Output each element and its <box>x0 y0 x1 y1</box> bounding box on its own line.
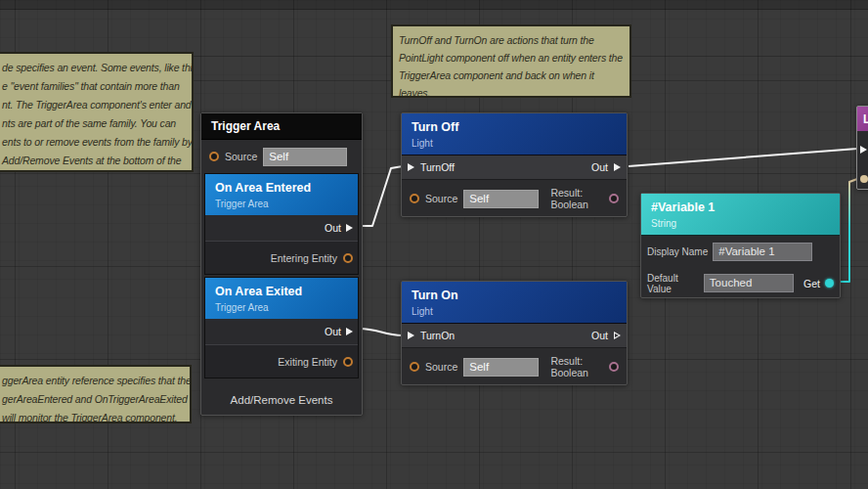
exiting-entity-pin[interactable] <box>343 357 353 367</box>
comment-line: de specifies an event. Some events, like… <box>2 59 186 77</box>
comment-line: gerAreaEntered and OnTriggerAreaExited <box>2 390 184 409</box>
turnon-exec-in-pin[interactable] <box>408 332 414 339</box>
display-name-row: Display Name #Variable 1 <box>641 236 840 267</box>
out-label: Out <box>591 330 608 341</box>
node-clipped-right[interactable]: L <box>856 106 868 190</box>
entity-row: Entering Entity <box>205 242 358 274</box>
reference-in-pin[interactable] <box>860 175 868 183</box>
exiting-entity-label: Exiting Entity <box>278 356 337 368</box>
node-title: Turn Off <box>412 120 617 134</box>
turnoff-exec-in-pin[interactable] <box>408 163 414 171</box>
source-entity-pin[interactable] <box>410 194 419 203</box>
comment-trigger-reference[interactable]: ggerArea entity reference specifies that… <box>0 365 192 423</box>
result-boolean-pin[interactable] <box>609 362 619 372</box>
default-value-row: Default Value Touched Get <box>641 267 840 299</box>
node-title: Trigger Area <box>211 119 280 133</box>
out-exec-pin[interactable] <box>346 328 353 335</box>
event-title: On Area Entered <box>215 181 348 195</box>
out-label: Out <box>325 326 341 337</box>
comment-line: TurnOff and TurnOn are actions that turn… <box>399 31 624 49</box>
source-result-row: Source Self Result: Boolean <box>402 180 627 217</box>
wire-exited-to-turnon[interactable] <box>359 329 403 335</box>
out-exec-pin-unconnected[interactable] <box>614 332 621 339</box>
exec-row: TurnOff Out <box>402 156 627 180</box>
comment-line: e "event families" that contain more tha… <box>2 77 186 96</box>
event-title: On Area Exited <box>215 285 348 298</box>
exec-in-label: TurnOff <box>420 161 455 173</box>
exec-in-label: TurnOn <box>420 330 455 341</box>
variable-header[interactable]: #Variable 1 String <box>641 194 840 236</box>
default-value-input[interactable]: Touched <box>704 274 794 292</box>
event-node-on-area-entered[interactable]: On Area Entered Trigger Area Out Enterin… <box>204 173 359 275</box>
source-label: Source <box>425 361 457 373</box>
out-exec-pin[interactable] <box>614 163 621 171</box>
comment-event-families[interactable]: de specifies an event. Some events, like… <box>0 52 194 172</box>
exec-in-pin[interactable] <box>860 146 867 154</box>
get-label: Get <box>803 278 820 289</box>
clipped-node-header[interactable]: L <box>857 107 868 131</box>
source-input[interactable]: Self <box>263 148 347 166</box>
node-graph-canvas[interactable]: de specifies an event. Some events, like… <box>0 0 868 489</box>
source-entity-pin[interactable] <box>410 362 419 372</box>
turn-on-header[interactable]: Turn On Light <box>402 282 627 324</box>
source-input[interactable]: Self <box>463 190 539 208</box>
comment-turnoff-turnon[interactable]: TurnOff and TurnOn are actions that turn… <box>391 24 631 98</box>
node-title: #Variable 1 <box>651 200 830 214</box>
source-result-row: Source Self Result: Boolean <box>402 348 627 385</box>
wire-entered-to-turnoff[interactable] <box>359 166 403 226</box>
comment-line: ggerArea entity reference specifies that… <box>2 372 184 390</box>
comment-line: TriggerArea component and back on when i… <box>399 67 624 84</box>
node-trigger-area[interactable]: Trigger Area Source Self On Area Entered… <box>200 112 363 416</box>
source-label: Source <box>225 151 257 162</box>
entity-row: Exiting Entity <box>205 345 358 378</box>
trigger-area-source-row: Source Self <box>201 140 362 173</box>
on-area-entered-header[interactable]: On Area Entered Trigger Area <box>205 174 358 215</box>
exec-row: TurnOn Out <box>402 324 627 348</box>
node-variable-1[interactable]: #Variable 1 String Display Name #Variabl… <box>640 193 841 298</box>
node-title: Turn On <box>412 289 617 302</box>
add-remove-events-button[interactable]: Add/Remove Events <box>201 380 362 420</box>
out-label: Out <box>591 161 608 173</box>
event-subtitle: Trigger Area <box>215 199 348 209</box>
on-area-exited-header[interactable]: On Area Exited Trigger Area <box>205 278 358 319</box>
entering-entity-pin[interactable] <box>343 253 353 263</box>
comment-line: will monitor the TriggerArea component. <box>2 409 184 423</box>
source-label: Source <box>425 193 457 204</box>
event-subtitle: Trigger Area <box>215 302 348 313</box>
entering-entity-label: Entering Entity <box>271 252 337 264</box>
comment-line: leaves. <box>399 84 624 98</box>
node-title: L <box>863 112 868 126</box>
out-label: Out <box>325 222 341 234</box>
out-exec-pin[interactable] <box>346 224 353 232</box>
trigger-area-title-bar[interactable]: Trigger Area <box>201 113 362 140</box>
display-name-input[interactable]: #Variable 1 <box>713 243 812 261</box>
node-subtitle: String <box>651 218 830 229</box>
event-node-on-area-exited[interactable]: On Area Exited Trigger Area Out Exiting … <box>204 277 359 378</box>
comment-line: ents to or remove events from the family… <box>2 133 186 152</box>
node-subtitle: Light <box>412 138 617 149</box>
turn-off-header[interactable]: Turn Off Light <box>402 113 627 156</box>
result-boolean-label: Result: Boolean <box>550 187 603 210</box>
out-row: Out <box>205 319 358 345</box>
comment-line: Add/Remove Events at the bottom of the <box>2 152 186 170</box>
wire-turnoff-out-to-log[interactable] <box>629 149 857 166</box>
out-row: Out <box>205 215 358 242</box>
node-turn-off[interactable]: Turn Off Light TurnOff Out Source Self R… <box>401 112 628 217</box>
node-subtitle: Light <box>412 306 617 317</box>
source-entity-pin[interactable] <box>209 152 219 161</box>
result-boolean-label: Result: Boolean <box>550 355 603 378</box>
source-input[interactable]: Self <box>463 358 539 377</box>
result-boolean-pin[interactable] <box>609 194 619 203</box>
comment-line: PointLight component off when an entity … <box>399 49 624 67</box>
comment-line: nt. The TriggerArea component's enter an… <box>2 96 186 114</box>
comment-line: nts are part of the same family. You can <box>2 114 186 133</box>
default-value-label: Default Value <box>647 273 699 294</box>
display-name-label: Display Name <box>647 246 708 257</box>
get-string-pin[interactable] <box>825 279 834 288</box>
node-turn-on[interactable]: Turn On Light TurnOn Out Source Self Res… <box>401 281 628 385</box>
